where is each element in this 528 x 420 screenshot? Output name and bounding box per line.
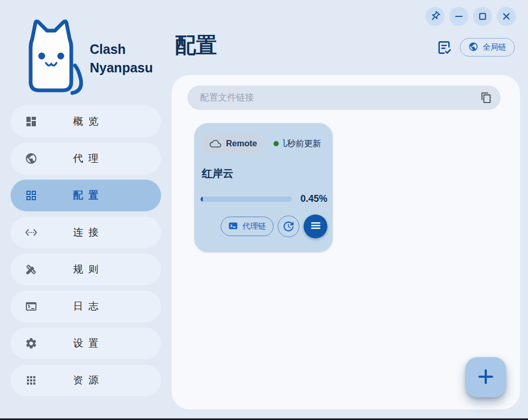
sidebar: Clash Nyanpasu 概览 代理 配置 连接 规则 日志 bbox=[0, 0, 172, 420]
update-icon bbox=[282, 220, 295, 233]
sidebar-item-rules[interactable]: 规则 bbox=[11, 254, 161, 285]
sidebar-item-label: 资源 bbox=[68, 374, 104, 387]
ethernet-icon bbox=[25, 226, 37, 239]
sidebar-item-label: 日志 bbox=[68, 300, 104, 313]
profiles-panel: Remote 几秒前更新 红岸云 0.45% 代理链 bbox=[172, 75, 520, 409]
app-title-line2: Nyanpasu bbox=[90, 59, 153, 77]
add-profile-fab[interactable] bbox=[466, 357, 506, 397]
sidebar-item-label: 连接 bbox=[68, 226, 104, 239]
app-title-line1: Clash bbox=[90, 40, 153, 59]
sidebar-item-profiles[interactable]: 配置 bbox=[11, 180, 161, 211]
sidebar-item-label: 概览 bbox=[68, 115, 104, 128]
grid-icon bbox=[25, 189, 37, 202]
update-status-dot bbox=[274, 141, 279, 146]
terminal-icon bbox=[228, 221, 238, 232]
pin-icon bbox=[429, 11, 441, 22]
proxy-chain-label: 代理链 bbox=[242, 221, 266, 231]
profile-url-field bbox=[187, 86, 501, 110]
sidebar-item-label: 规则 bbox=[68, 263, 104, 276]
sidebar-item-settings[interactable]: 设置 bbox=[11, 328, 161, 359]
sidebar-item-overview[interactable]: 概览 bbox=[11, 106, 161, 137]
close-icon bbox=[501, 11, 512, 22]
paste-icon[interactable] bbox=[480, 92, 492, 104]
sidebar-nav: 概览 代理 配置 连接 规则 日志 设置 资源 bbox=[11, 106, 161, 396]
profile-menu-button[interactable] bbox=[304, 214, 327, 238]
sidebar-item-label: 配置 bbox=[68, 189, 104, 202]
app-title: Clash Nyanpasu bbox=[90, 40, 153, 77]
profile-card[interactable]: Remote 几秒前更新 红岸云 0.45% 代理链 bbox=[194, 123, 333, 252]
update-profile-button[interactable] bbox=[278, 216, 299, 237]
minimize-icon bbox=[453, 11, 465, 22]
sidebar-item-connections[interactable]: 连接 bbox=[11, 217, 161, 248]
pin-button[interactable] bbox=[426, 7, 445, 26]
fact-check-icon bbox=[436, 50, 452, 58]
sidebar-item-label: 代理 bbox=[68, 152, 104, 165]
usage-progress-track bbox=[201, 197, 292, 202]
cloud-icon bbox=[210, 138, 221, 150]
window-controls bbox=[426, 7, 516, 26]
sidebar-item-logs[interactable]: 日志 bbox=[11, 291, 161, 322]
page-title: 配置 bbox=[175, 31, 217, 60]
minimize-button[interactable] bbox=[449, 7, 468, 26]
profile-type-label: Remote bbox=[226, 139, 257, 148]
globe-icon bbox=[468, 42, 478, 53]
cat-logo bbox=[14, 15, 93, 97]
design-services-icon bbox=[25, 263, 37, 276]
dashboard-icon bbox=[25, 115, 37, 128]
gear-icon bbox=[25, 337, 37, 350]
terminal-icon bbox=[25, 300, 37, 313]
menu-icon bbox=[309, 219, 322, 234]
global-chain-label: 全局链 bbox=[483, 42, 506, 52]
progress-fill bbox=[201, 197, 203, 202]
proxy-chain-button[interactable]: 代理链 bbox=[221, 217, 274, 236]
plus-icon bbox=[476, 367, 496, 388]
globe-icon bbox=[25, 152, 37, 165]
fact-check-button[interactable] bbox=[435, 39, 453, 57]
close-button[interactable] bbox=[497, 7, 516, 26]
usage-percent: 0.45% bbox=[300, 193, 327, 204]
maximize-icon bbox=[477, 11, 488, 22]
profile-type-chip: Remote bbox=[202, 134, 265, 154]
profile-name: 红岸云 bbox=[202, 166, 325, 181]
sidebar-item-label: 设置 bbox=[68, 337, 104, 350]
apps-icon bbox=[25, 374, 37, 387]
sidebar-item-resources[interactable]: 资源 bbox=[11, 365, 161, 396]
usage-row: 0.45% bbox=[201, 193, 327, 204]
global-chain-button[interactable]: 全局链 bbox=[460, 38, 515, 57]
profile-card-status-row: Remote 几秒前更新 bbox=[202, 134, 333, 154]
sidebar-item-proxy[interactable]: 代理 bbox=[11, 143, 161, 174]
profile-url-input[interactable] bbox=[199, 92, 475, 104]
updated-time-text: 几秒前更新 bbox=[283, 138, 321, 150]
maximize-button[interactable] bbox=[473, 7, 492, 26]
profile-actions: 代理链 bbox=[194, 214, 327, 238]
